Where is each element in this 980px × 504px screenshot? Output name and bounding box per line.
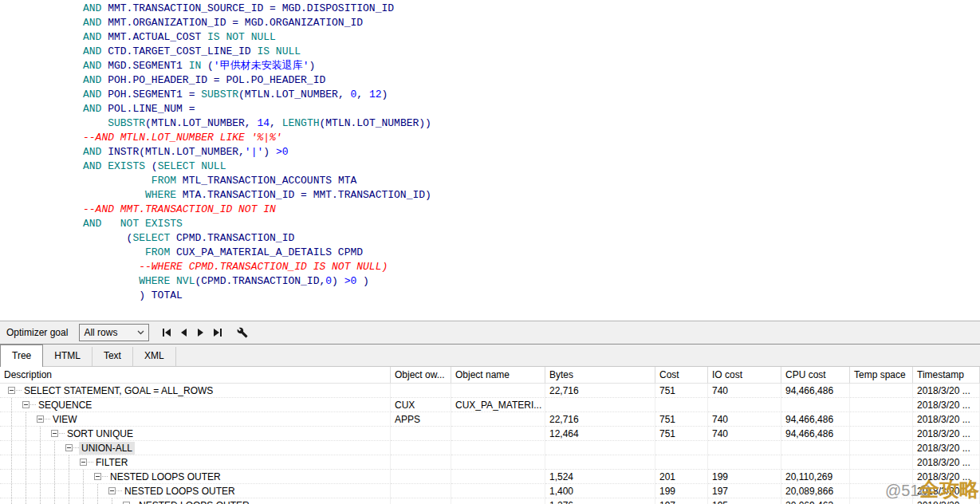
cell-cost [655,441,708,455]
cell-object-name [451,498,545,504]
cell-cpu-cost: 20,110,269 [781,470,850,484]
plan-operation-label: SORT UNIQUE [65,427,136,440]
sql-line: --AND MTLN.LOT_NUMBER LIKE '%|%' [83,131,980,145]
cell-io-cost: 740 [708,427,781,441]
tree-connector [30,404,36,405]
settings-button[interactable] [235,326,249,339]
sql-line: AND POH.PO_HEADER_ID = POL.PO_HEADER_ID [83,73,980,88]
tree-guide-line [11,412,12,426]
tab-html[interactable]: HTML [43,347,92,366]
collapse-minus-icon[interactable] [51,430,58,437]
cell-temp-space [850,441,913,455]
collapse-minus-icon[interactable] [80,459,87,466]
tree-connector [45,419,50,419]
sql-line: --WHERE CPMD.TRANSACTION_ID IS NOT NULL) [83,260,980,274]
plan-row[interactable]: FILTER2018/3/20 ... [0,455,980,470]
tree-guide-line [26,498,26,504]
tree-guide-line [26,470,26,483]
optimizer-goal-label: Optimizer goal [6,327,68,338]
tab-text[interactable]: Text [92,347,133,366]
sql-line: AND CTD.TARGET_COST_LINE_ID IS NULL [83,45,980,59]
collapse-minus-icon[interactable] [37,415,44,423]
tree-guide-line [54,455,55,469]
cell-object-ow [391,498,451,504]
plan-row[interactable]: UNION-ALL2018/3/20 ... [0,441,980,455]
cell-cost: 751 [655,412,708,427]
plan-row[interactable]: VIEWAPPS22,71675174094,466,4862018/3/20 … [0,412,980,427]
cell-object-ow [391,470,451,484]
cell-cpu-cost: 94,466,486 [781,412,850,427]
plan-row[interactable]: SEQUENCECUXCUX_PA_MATERI...2018/3/20 ... [0,398,980,412]
cell-object-ow [391,441,451,455]
tree-guide-line [11,398,12,411]
cell-object-ow: CUX [391,398,451,412]
column-header-io-cost[interactable]: IO cost [708,367,781,384]
sql-editor[interactable]: AND MMT.TRANSACTION_SOURCE_ID = MGD.DISP… [0,0,980,321]
tree-guide-line [11,441,12,455]
column-header-cpu-cost[interactable]: CPU cost [781,367,850,384]
cell-timestamp: 2018/3/20 ... [913,398,980,412]
optimizer-goal-select[interactable]: All rows [79,324,149,341]
sql-line: AND EXISTS (SELECT NULL [83,159,980,174]
column-header-cost[interactable]: Cost [655,367,708,384]
tree-connector [116,490,122,491]
tree-guide-line [11,470,12,483]
collapse-minus-icon[interactable] [8,387,15,394]
tree-guide-line [54,498,55,504]
cell-io-cost: 197 [708,484,781,498]
sql-line: SUBSTR(MTLN.LOT_NUMBER, 14, LENGTH(MTLN.… [83,116,980,131]
cell-io-cost [708,455,781,470]
tree-guide-line [69,484,69,498]
tree-guide-line [54,470,55,483]
plan-operation-label: SELECT STATEMENT, GOAL = ALL_ROWS [22,384,215,397]
last-record-button[interactable] [211,326,224,339]
column-header-description[interactable]: Description [0,367,391,384]
plan-row[interactable]: NESTED LOOPS OUTER1,27619719520,069,4632… [0,498,980,504]
column-header-temp-space[interactable]: Temp space [850,367,913,384]
watermark: @51C全攻略 [885,476,979,502]
tree-guide-line [11,498,12,504]
plan-operation-label: NESTED LOOPS OUTER [122,485,238,498]
prev-record-button[interactable] [177,326,191,339]
column-header-timestamp[interactable]: Timestamp [913,367,980,384]
sql-line: FROM MTL_TRANSACTION_ACCOUNTS MTA [83,174,980,188]
cell-timestamp: 2018/3/20 ... [913,384,980,398]
collapse-minus-icon[interactable] [22,401,30,408]
column-header-object-name[interactable]: Object name [451,367,545,384]
cell-io-cost: 199 [708,470,781,484]
chevron-down-icon [137,330,144,335]
tree-guide-line [69,498,69,504]
tab-xml[interactable]: XML [133,347,176,366]
column-header-object-ow[interactable]: Object ow... [391,367,451,384]
plan-row[interactable]: SELECT STATEMENT, GOAL = ALL_ROWS22,7167… [0,384,980,398]
tree-guide-line [54,484,55,498]
column-header-bytes[interactable]: Bytes [545,367,655,384]
cell-io-cost [708,441,781,455]
tree-guide-line [83,498,84,504]
sql-line: AND POL.LINE_NUM = [83,102,980,116]
tree-guide-line [54,441,55,455]
plan-row[interactable]: SORT UNIQUE12,46475174094,466,4862018/3/… [0,427,980,441]
tree-guide-line [97,498,98,504]
cell-bytes: 22,716 [545,384,655,398]
tree-guide-line [40,427,41,440]
first-record-button[interactable] [160,326,174,339]
cell-cpu-cost: 94,466,486 [781,384,850,398]
collapse-minus-icon[interactable] [108,487,116,494]
plan-operation-label: SEQUENCE [36,399,94,411]
tree-guide-line [40,455,41,469]
tree-guide-line [11,455,12,469]
tree-guide-line [40,498,41,504]
tree-connector [73,447,79,448]
next-record-button[interactable] [194,326,207,339]
collapse-minus-icon[interactable] [65,444,73,451]
plan-row[interactable]: NESTED LOOPS OUTER1,40019919720,089,8662… [0,484,980,498]
cell-cost [655,398,708,412]
sql-line: AND MMT.ACTUAL_COST IS NOT NULL [83,30,980,45]
plan-row[interactable]: NESTED LOOPS OUTER1,52420119920,110,2692… [0,470,980,484]
cell-timestamp: 2018/3/20 ... [913,455,980,470]
tab-tree[interactable]: Tree [0,345,43,367]
cell-object-name [451,427,545,441]
collapse-minus-icon[interactable] [94,473,101,480]
tree-guide-line [112,498,112,504]
